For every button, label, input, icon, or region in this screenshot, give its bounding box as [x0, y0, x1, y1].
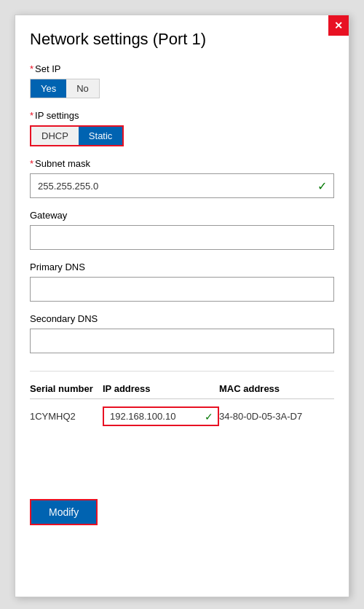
set-ip-toggle-group: Yes No: [30, 79, 100, 98]
device-info-table: Serial number IP address MAC address 1CY…: [30, 383, 334, 426]
set-ip-group: *Set IP Yes No: [30, 63, 334, 98]
ip-settings-required: *: [30, 110, 33, 121]
ip-settings-label: *IP settings: [30, 110, 334, 121]
section-divider: [30, 371, 334, 372]
gateway-group: Gateway: [30, 210, 334, 250]
button-section: Modify: [30, 470, 334, 525]
gateway-label: Gateway: [30, 210, 334, 221]
set-ip-required: *: [30, 63, 33, 74]
subnet-required: *: [30, 158, 33, 169]
table-row: 1CYMHQ2 192.168.100.10 ✓ 34-80-0D-05-3A-…: [30, 406, 334, 426]
mac-cell: 34-80-0D-05-3A-D7: [219, 411, 334, 422]
serial-cell: 1CYMHQ2: [30, 411, 103, 422]
ip-cell: 192.168.100.10 ✓: [103, 406, 219, 426]
close-button[interactable]: ✕: [328, 15, 349, 36]
secondary-dns-label: Secondary DNS: [30, 313, 334, 324]
subnet-check-icon: ✓: [317, 179, 327, 193]
subnet-mask-group: *Subnet mask ✓: [30, 158, 334, 198]
col-ip-header: IP address: [103, 383, 219, 394]
set-ip-no-button[interactable]: No: [66, 79, 99, 98]
ip-display: 192.168.100.10 ✓: [103, 406, 219, 426]
gateway-input[interactable]: [30, 225, 334, 250]
close-icon: ✕: [334, 20, 343, 31]
network-settings-dialog: ✕ Network settings (Port 1) *Set IP Yes …: [15, 15, 349, 597]
table-header-row: Serial number IP address MAC address: [30, 383, 334, 399]
secondary-dns-input[interactable]: [30, 329, 334, 353]
secondary-dns-group: Secondary DNS: [30, 313, 334, 353]
ip-value: 192.168.100.10: [110, 411, 175, 422]
primary-dns-label: Primary DNS: [30, 262, 334, 272]
col-mac-header: MAC address: [219, 383, 334, 394]
ip-check-icon: ✓: [205, 411, 213, 423]
ip-settings-toggle-group: DHCP Static: [30, 125, 124, 146]
dialog-title: Network settings (Port 1): [30, 30, 334, 49]
primary-dns-input[interactable]: [30, 277, 334, 302]
modify-button[interactable]: Modify: [30, 499, 98, 525]
ip-dhcp-button[interactable]: DHCP: [31, 127, 79, 145]
set-ip-label: *Set IP: [30, 63, 334, 74]
ip-static-button[interactable]: Static: [79, 127, 123, 145]
subnet-mask-label: *Subnet mask: [30, 158, 334, 169]
set-ip-yes-button[interactable]: Yes: [31, 79, 66, 98]
ip-settings-group: *IP settings DHCP Static: [30, 110, 334, 146]
primary-dns-group: Primary DNS: [30, 262, 334, 302]
col-serial-header: Serial number: [30, 383, 103, 394]
subnet-mask-input[interactable]: [30, 173, 334, 198]
subnet-mask-wrapper: ✓: [30, 173, 334, 198]
